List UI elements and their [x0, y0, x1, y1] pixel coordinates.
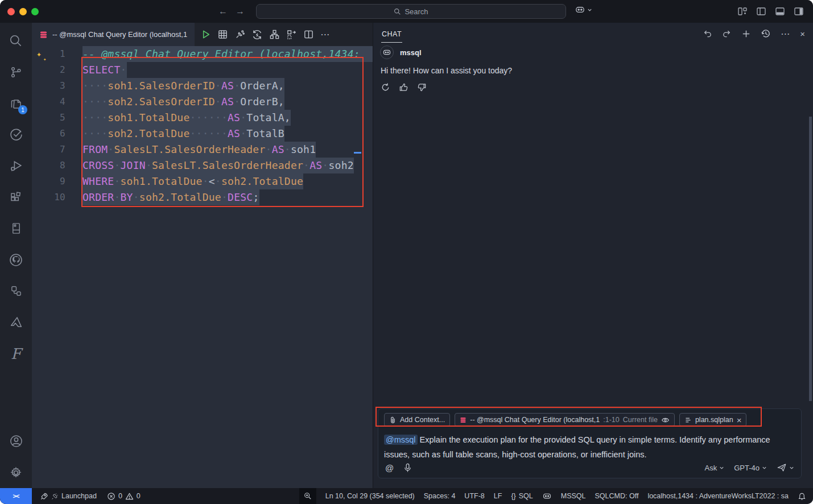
code-line[interactable]: 1-- @mssql Chat Query Editor (localhost,… [32, 46, 373, 62]
toggle-panel-icon[interactable] [775, 6, 785, 16]
vscode-window: ← → Search 1 [0, 0, 813, 504]
assistant-message: Hi there! How can I assist you today? [381, 66, 806, 75]
editor-tab[interactable]: -- @mssql Chat Query Editor (localhost,1 [32, 23, 195, 46]
mssql-status-item[interactable]: MSSQL [561, 492, 586, 500]
language-indicator[interactable]: {}SQL [511, 492, 533, 500]
new-chat-icon[interactable] [741, 29, 751, 39]
line-number: 7 [60, 142, 65, 158]
activity-testing[interactable] [0, 119, 32, 150]
estimated-plan-icon[interactable] [269, 29, 280, 40]
sqlcmd-status-item[interactable]: SQLCMD: Off [595, 492, 639, 500]
code-line[interactable]: 10ORDER·BY·soh2.TotalDue·DESC; [32, 189, 373, 205]
zoom-window-button[interactable] [31, 8, 39, 15]
eol-indicator[interactable]: LF [494, 492, 502, 500]
mode-picker[interactable]: Ask [705, 464, 725, 472]
cursor-position[interactable]: Ln 10, Col 29 (354 selected) [325, 492, 415, 500]
undo-icon[interactable] [703, 29, 712, 39]
thumbs-up-icon[interactable] [399, 82, 408, 92]
code-line[interactable]: 4····soh2.SalesOrderID·AS·OrderB, [32, 94, 373, 110]
close-window-button[interactable] [7, 8, 15, 15]
change-connection-icon[interactable] [251, 29, 263, 40]
customize-layout-icon[interactable] [737, 6, 748, 16]
thumbs-down-icon[interactable] [417, 82, 427, 92]
copilot-status-icon[interactable] [542, 491, 552, 501]
code-line[interactable]: 6····soh2.TotalDue······AS·TotalB [32, 126, 373, 142]
activity-extensions[interactable] [0, 181, 32, 213]
command-center-search[interactable]: Search [256, 4, 566, 19]
activity-source-control[interactable] [0, 56, 32, 88]
toggle-secondary-sidebar-icon[interactable] [794, 6, 804, 16]
bell-icon[interactable] [798, 491, 806, 501]
actual-plan-icon[interactable] [286, 29, 297, 40]
code-text: SELECT· [82, 62, 127, 78]
line-number: 3 [60, 78, 65, 94]
mention-button[interactable]: @ [385, 463, 394, 473]
code-line[interactable]: 8CROSS·JOIN·SalesLT.SalesOrderHeader·AS·… [32, 158, 373, 173]
add-context-chip[interactable]: Add Context... [384, 413, 450, 427]
chat-more-icon[interactable]: ⋯ [781, 28, 790, 39]
redo-icon[interactable] [722, 29, 732, 39]
connection-status-item[interactable]: localhost,1434 : AdventureWorksLT2022 : … [647, 492, 789, 500]
gutter: 10 [32, 189, 82, 205]
activity-azure[interactable] [0, 307, 32, 338]
copilot-sparkle-icon[interactable]: ✦✦ [36, 46, 42, 62]
code-text: -- @mssql Chat Query Editor (localhost,1… [82, 46, 373, 62]
activity-search[interactable] [0, 25, 32, 56]
toggle-primary-sidebar-icon[interactable] [756, 6, 766, 16]
more-actions-icon[interactable]: ⋯ [320, 29, 330, 40]
accounts-button[interactable] [0, 425, 32, 457]
model-picker[interactable]: GPT-4o [734, 464, 767, 472]
zoom-indicator[interactable] [299, 488, 316, 504]
activity-explorer[interactable]: 1 [0, 88, 32, 119]
activity-github[interactable] [0, 244, 32, 275]
current-file-chip[interactable]: -- @mssql Chat Query Editor (localhost,1… [455, 413, 675, 427]
code-text: ····soh2.SalesOrderID·AS·OrderB, [82, 94, 284, 110]
indentation-indicator[interactable]: Spaces: 4 [424, 492, 456, 500]
linked-resources-icon [10, 284, 23, 298]
line-number: 4 [60, 94, 65, 110]
launchpad-item[interactable]: Launchpad [40, 492, 97, 501]
plan-file-chip[interactable]: plan.sqlplan × [679, 413, 746, 427]
history-icon[interactable] [761, 28, 771, 39]
line-number: 1 [60, 46, 65, 62]
copilot-menu[interactable] [575, 5, 592, 15]
chat-panel-title[interactable]: CHAT [381, 24, 402, 43]
chat-prompt-text[interactable]: @mssql Explain the execution plan for th… [384, 432, 782, 462]
activity-database-projects[interactable] [0, 213, 32, 244]
code-line[interactable]: 9WHERE·soh1.TotalDue·<·soh2.TotalDue [32, 173, 373, 189]
send-button[interactable] [777, 462, 794, 473]
settings-button[interactable] [0, 457, 32, 488]
split-editor-icon[interactable] [303, 29, 314, 40]
encoding-indicator[interactable]: UTF-8 [464, 492, 484, 500]
code-line[interactable]: 2SELECT· [32, 62, 373, 78]
code-text: CROSS·JOIN·SalesLT.SalesOrderHeader·AS·s… [82, 158, 354, 173]
chat-input-container[interactable]: Add Context... -- @mssql Chat Query Edit… [378, 408, 802, 478]
navigate-forward-icon[interactable]: → [236, 6, 245, 16]
activity-azure-resources[interactable] [0, 275, 32, 307]
results-grid-icon[interactable] [217, 29, 228, 40]
minimize-window-button[interactable] [19, 8, 27, 15]
run-query-button[interactable] [200, 29, 211, 40]
code-editor[interactable]: 1-- @mssql Chat Query Editor (localhost,… [32, 46, 373, 488]
activity-bar: 1 F [0, 23, 32, 488]
problems-item[interactable]: 0 0 [107, 492, 141, 501]
retry-icon[interactable] [381, 82, 390, 92]
code-text: FROM·SalesLT.SalesOrderHeader·AS·soh1 [82, 142, 316, 158]
braces-icon: {} [511, 492, 515, 500]
eye-icon[interactable] [661, 416, 670, 424]
microphone-icon[interactable] [403, 463, 412, 473]
code-line[interactable]: 7FROM·SalesLT.SalesOrderHeader·AS·soh1 [32, 142, 373, 158]
activity-fabric[interactable]: F [0, 338, 32, 369]
activity-run-debug[interactable] [0, 150, 32, 181]
line-number: 10 [54, 189, 65, 205]
remote-indicator[interactable]: >< [0, 488, 32, 504]
code-line[interactable]: 3····soh1.SalesOrderID·AS·OrderA, [32, 78, 373, 94]
close-chat-icon[interactable]: × [800, 29, 805, 39]
code-line[interactable]: 5····soh1.TotalDue······AS·TotalA, [32, 110, 373, 126]
remove-plan-chip-icon[interactable]: × [737, 415, 742, 425]
disconnect-icon[interactable] [234, 29, 245, 40]
plug-icon [51, 492, 59, 501]
chat-scrollbar[interactable] [809, 117, 812, 401]
chat-header: CHAT ⋯ × [373, 23, 813, 44]
navigate-back-icon[interactable]: ← [218, 6, 228, 16]
